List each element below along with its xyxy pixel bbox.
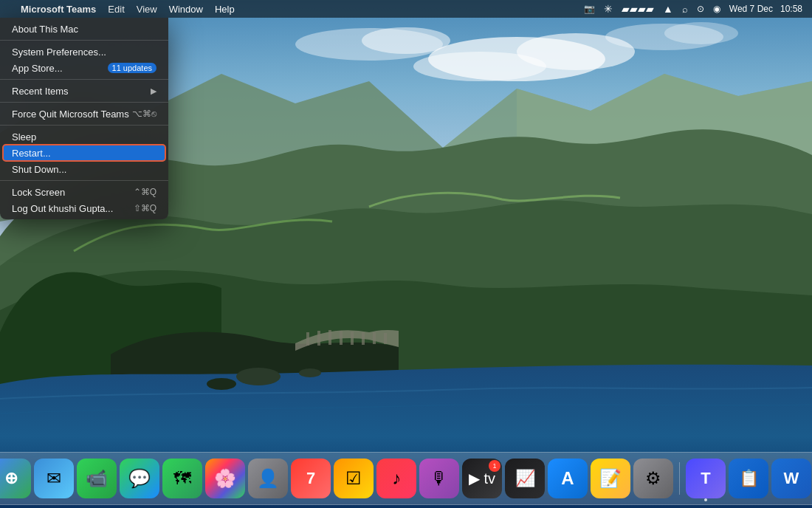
- svg-point-13: [299, 368, 321, 377]
- menu-separator-1: [0, 40, 168, 41]
- dock-icon-facetime[interactable]: 📹: [77, 459, 117, 498]
- mail-icon: ✉: [47, 468, 61, 489]
- notes-icon: 📝: [599, 468, 622, 489]
- svg-rect-15: [317, 331, 320, 346]
- dock-icon-appletv[interactable]: ▶ tv 1: [462, 459, 502, 498]
- menubar-edit[interactable]: Edit: [102, 0, 130, 18]
- chrome-icon: ⊕: [4, 469, 18, 488]
- menu-sleep[interactable]: Sleep: [0, 128, 168, 145]
- dock-icon-appstore[interactable]: A: [548, 459, 588, 498]
- svg-point-7: [664, 22, 738, 44]
- battery-menubar-icon[interactable]: ▰▰▰▰: [618, 0, 658, 18]
- photos-icon: 🌸: [214, 468, 236, 489]
- dock-icon-messages[interactable]: 💬: [120, 459, 159, 498]
- maps-icon: 🗺: [173, 468, 191, 489]
- menubar-help[interactable]: Help: [209, 0, 241, 18]
- music-icon: ♪: [392, 468, 401, 489]
- menubar-left: Microsoft Teams Edit View Window Help: [0, 0, 580, 18]
- dock-icon-photos[interactable]: 🌸: [205, 459, 245, 498]
- stocks-icon: 📈: [515, 469, 535, 488]
- contacts-icon: 👤: [257, 468, 279, 489]
- apple-dropdown-menu: About This Mac System Preferences... App…: [0, 18, 168, 219]
- facetime-icon: 📹: [86, 468, 108, 489]
- svg-rect-16: [328, 330, 331, 345]
- siri-menubar-icon[interactable]: ◉: [709, 0, 724, 18]
- svg-rect-17: [340, 331, 343, 345]
- podcasts-icon: 🎙: [430, 468, 448, 489]
- wifi-menubar-icon[interactable]: ▲: [659, 0, 677, 18]
- system-preferences-label: System Preferences...: [12, 47, 106, 58]
- appletv-badge: 1: [489, 460, 500, 472]
- teams-active-dot: [704, 498, 707, 501]
- recent-items-label: Recent Items: [12, 86, 69, 97]
- dock-icon-stocks[interactable]: 📈: [505, 459, 545, 498]
- menu-about-this-mac[interactable]: About This Mac: [0, 21, 168, 37]
- svg-rect-18: [351, 332, 354, 345]
- dock-icon-word[interactable]: W: [771, 459, 811, 498]
- messages-icon: 💬: [128, 468, 151, 489]
- menu-shut-down[interactable]: Shut Down...: [0, 161, 168, 177]
- dock-icon-notes[interactable]: 📝: [591, 459, 630, 498]
- dock-icon-music[interactable]: ♪: [376, 459, 416, 498]
- app-store-badge: 11 updates: [108, 63, 156, 73]
- menubar-right: 📷 ✳ ▰▰▰▰ ▲ ⌕ ⊙ ◉ Wed 7 Dec 10:58: [580, 0, 812, 18]
- svg-point-12: [207, 378, 236, 390]
- calendar-icon: 7: [306, 469, 315, 488]
- reminders-icon: ☑: [345, 468, 362, 489]
- dock-icon-chrome[interactable]: ⊕: [0, 459, 31, 498]
- settings-icon: ⚙: [645, 468, 661, 489]
- appletv-icon: ▶ tv: [469, 470, 495, 487]
- menu-force-quit[interactable]: Force Quit Microsoft Teams ⌥⌘⎋: [0, 106, 168, 122]
- menu-log-out[interactable]: Log Out khushi Gupta... ⇧⌘Q: [0, 200, 168, 216]
- log-out-shortcut: ⇧⌘Q: [134, 203, 156, 213]
- airdrop-menubar-icon[interactable]: ⊙: [693, 0, 708, 18]
- menu-app-store[interactable]: App Store... 11 updates: [0, 60, 168, 76]
- menubar-view[interactable]: View: [131, 0, 163, 18]
- recent-items-chevron-icon: ▶: [151, 86, 156, 96]
- notes2-icon: 📋: [739, 469, 759, 488]
- sleep-label: Sleep: [12, 131, 36, 143]
- menu-system-preferences[interactable]: System Preferences...: [0, 44, 168, 60]
- appstore-icon: A: [561, 468, 574, 489]
- menu-separator-3: [0, 102, 168, 103]
- dock-icon-contacts[interactable]: 👤: [248, 459, 288, 498]
- bluetooth-menubar-icon[interactable]: ✳: [600, 0, 616, 18]
- teams-icon: T: [701, 469, 710, 488]
- menu-separator-5: [0, 180, 168, 181]
- dock-icon-calendar[interactable]: 7: [291, 459, 331, 498]
- word-icon: W: [784, 469, 799, 488]
- menu-separator-4: [0, 125, 168, 126]
- force-quit-shortcut: ⌥⌘⎋: [132, 109, 156, 119]
- lock-screen-label: Lock Screen: [12, 187, 65, 198]
- lock-screen-shortcut: ⌃⌘Q: [134, 187, 156, 197]
- dock-separator: [679, 462, 680, 495]
- dock-icon-teams[interactable]: T: [686, 459, 726, 498]
- dock-icon-notes2[interactable]: 📋: [729, 459, 768, 498]
- menubar-window[interactable]: Window: [163, 0, 209, 18]
- svg-point-11: [236, 368, 281, 385]
- svg-rect-21: [384, 333, 387, 344]
- menu-lock-screen[interactable]: Lock Screen ⌃⌘Q: [0, 184, 168, 200]
- dock-icon-settings[interactable]: ⚙: [633, 459, 673, 498]
- dock-icon-maps[interactable]: 🗺: [162, 459, 202, 498]
- dock-icon-reminders[interactable]: ☑: [334, 459, 374, 498]
- menubar-app-name[interactable]: Microsoft Teams: [15, 0, 102, 18]
- svg-point-3: [413, 52, 546, 81]
- restart-label: Restart...: [12, 148, 51, 159]
- menu-recent-items[interactable]: Recent Items ▶: [0, 83, 168, 99]
- search-menubar-icon[interactable]: ⌕: [678, 0, 692, 18]
- svg-rect-19: [362, 332, 365, 345]
- force-quit-label: Force Quit Microsoft Teams: [12, 109, 129, 120]
- camera-menubar-icon[interactable]: 📷: [580, 0, 599, 18]
- dock-icon-mail[interactable]: ✉: [34, 459, 74, 498]
- app-store-label: App Store...: [12, 63, 63, 74]
- svg-rect-20: [373, 332, 376, 344]
- dock-icon-podcasts[interactable]: 🎙: [419, 459, 459, 498]
- about-this-mac-label: About This Mac: [12, 24, 78, 35]
- menubar: Microsoft Teams Edit View Window Help 📷 …: [0, 0, 812, 18]
- svg-rect-14: [306, 332, 309, 346]
- apple-menu-button[interactable]: [0, 0, 15, 18]
- menubar-datetime: Wed 7 Dec 10:58: [726, 0, 806, 18]
- menu-restart[interactable]: Restart...: [3, 145, 165, 161]
- log-out-label: Log Out khushi Gupta...: [12, 203, 113, 214]
